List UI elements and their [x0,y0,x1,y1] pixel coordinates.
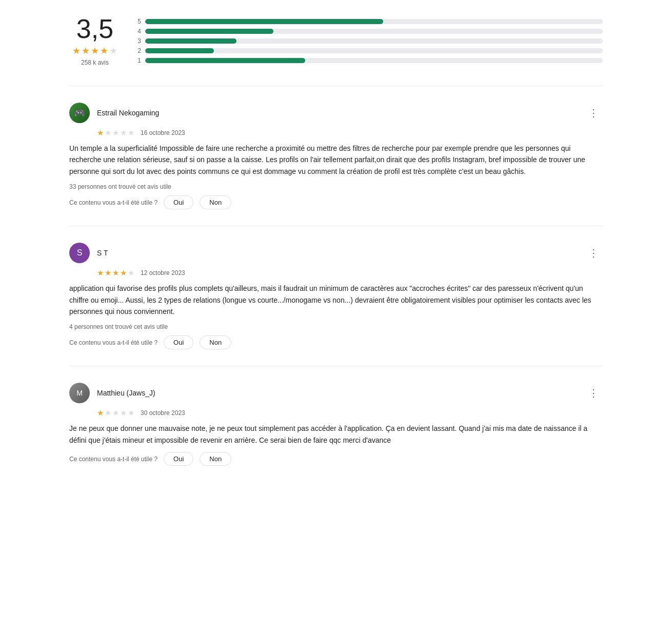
non-button[interactable]: Non [200,336,231,349]
bar-track [145,48,603,53]
review-star: ★ [112,408,119,418]
review-star: ★ [120,408,127,418]
review-star: ★ [97,408,104,418]
review-star: ★ [120,268,127,278]
bar-track [145,29,603,34]
helpful-row: Ce contenu vous a-t-il été utile ? Oui N… [69,452,603,466]
review-stars: ★★★★★ [97,128,134,137]
review-text: application qui favorise des profils plu… [69,283,603,317]
helpful-row: Ce contenu vous a-t-il été utile ? Oui N… [69,195,603,209]
review-meta: ★★★★★ 16 octobre 2023 [97,128,603,137]
review-star: ★ [128,408,134,418]
review-meta: ★★★★★ 12 octobre 2023 [97,268,603,278]
bar-row-4: 4 [136,28,603,35]
star-4: ★ [100,45,108,56]
review-star: ★ [128,128,134,137]
bar-track [145,19,603,24]
review-star: ★ [105,408,111,418]
review-star: ★ [112,128,119,137]
rating-count: 258 k avis [81,59,109,66]
non-button[interactable]: Non [200,195,231,209]
review-star: ★ [120,128,127,137]
avatar: M [69,383,90,403]
bar-row-3: 3 [136,37,603,45]
oui-button[interactable]: Oui [164,195,193,209]
bar-row-5: 5 [136,18,603,25]
more-button[interactable]: ⋮ [584,386,603,400]
helpful-row: Ce contenu vous a-t-il été utile ? Oui N… [69,336,603,349]
rating-bars: 5 4 3 2 1 [136,18,603,64]
review-date: 12 octobre 2023 [141,269,185,277]
review-header: M Matthieu (Jaws_J) ⋮ [69,383,603,403]
review-star: ★ [97,268,104,278]
star-1: ★ [72,45,81,56]
reviewer-info: S S T [69,243,108,263]
bar-label: 5 [136,18,141,25]
bar-label: 3 [136,37,141,45]
bar-fill [145,58,305,63]
review-card: 🎮 Estrail Nekogaming ⋮ ★★★★★ 16 octobre … [69,90,603,222]
review-meta: ★★★★★ 30 octobre 2023 [97,408,603,418]
reviewer-info: M Matthieu (Jaws_J) [69,383,155,403]
star-2: ★ [82,45,90,56]
bar-label: 2 [136,47,141,54]
review-text: Un temple a la superficialité Impossible… [69,143,603,177]
rating-big: 3,5 ★ ★ ★ ★ ★ 258 k avis [69,15,121,66]
more-button[interactable]: ⋮ [584,246,603,260]
avatar: 🎮 [69,103,90,123]
reviews-container: 🎮 Estrail Nekogaming ⋮ ★★★★★ 16 octobre … [69,90,603,478]
review-stars: ★★★★★ [97,408,134,418]
bar-row-1: 1 [136,57,603,64]
review-card: M Matthieu (Jaws_J) ⋮ ★★★★★ 30 octobre 2… [69,370,603,478]
bar-fill [145,48,214,53]
rating-summary: 3,5 ★ ★ ★ ★ ★ 258 k avis 5 4 3 [69,10,603,82]
reviewer-name: S T [97,249,108,257]
helpful-count: 4 personnes ont trouvé cet avis utile [69,323,603,330]
avatar: S [69,243,90,263]
review-divider [69,366,603,366]
bar-row-2: 2 [136,47,603,54]
more-button[interactable]: ⋮ [584,106,603,120]
review-star: ★ [97,128,104,137]
oui-button[interactable]: Oui [164,336,193,349]
review-star: ★ [105,128,111,137]
bar-fill [145,19,383,24]
review-date: 30 octobre 2023 [141,409,185,417]
bar-track [145,58,603,63]
helpful-count: 33 personnes ont trouvé cet avis utile [69,183,603,190]
review-stars: ★★★★★ [97,268,134,278]
non-button[interactable]: Non [200,452,231,466]
review-date: 16 octobre 2023 [141,129,185,136]
review-star: ★ [105,268,111,278]
helpful-label: Ce contenu vous a-t-il été utile ? [69,199,157,206]
page-container: 3,5 ★ ★ ★ ★ ★ 258 k avis 5 4 3 [54,0,618,488]
bar-label: 1 [136,57,141,64]
divider-top [69,86,603,86]
bar-fill [145,38,236,44]
review-text: Je ne peux que donner une mauvaise note,… [69,423,603,446]
review-star: ★ [128,268,134,278]
helpful-label: Ce contenu vous a-t-il été utile ? [69,339,157,346]
bar-fill [145,29,273,34]
reviewer-name: Matthieu (Jaws_J) [97,389,155,397]
rating-score: 3,5 [76,15,113,42]
helpful-label: Ce contenu vous a-t-il été utile ? [69,456,157,463]
oui-button[interactable]: Oui [164,452,193,466]
review-header: 🎮 Estrail Nekogaming ⋮ [69,103,603,123]
review-header: S S T ⋮ [69,243,603,263]
star-5: ★ [109,45,117,56]
reviewer-info: 🎮 Estrail Nekogaming [69,103,159,123]
star-3: ★ [91,45,99,56]
bar-label: 4 [136,28,141,35]
rating-stars: ★ ★ ★ ★ ★ [72,45,117,56]
reviewer-name: Estrail Nekogaming [97,109,159,117]
review-divider [69,226,603,226]
bar-track [145,38,603,44]
review-card: S S T ⋮ ★★★★★ 12 octobre 2023 applicatio… [69,230,603,362]
review-star: ★ [112,268,119,278]
